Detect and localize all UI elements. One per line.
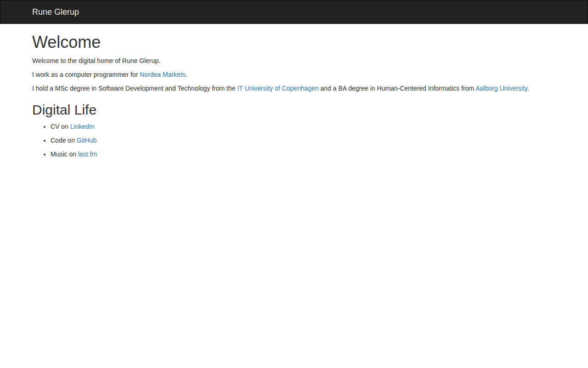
education-text-start: I hold a MSc degree in Software Developm…: [32, 85, 237, 92]
navbar-container: Rune Glerup: [25, 0, 563, 23]
page-title: Welcome: [32, 33, 556, 52]
education-paragraph: I hold a MSc degree in Software Developm…: [32, 84, 556, 93]
list-item-label: CV on: [51, 123, 70, 130]
navbar-brand-link[interactable]: Rune Glerup: [25, 0, 86, 23]
list-item-cv: CV on LinkedIn: [51, 122, 556, 131]
list-item-code: Code on GitHub: [51, 136, 556, 145]
nordea-markets-link[interactable]: Nordea Markets: [140, 71, 186, 78]
it-university-copenhagen-link[interactable]: IT University of Copenhagen: [237, 85, 318, 92]
work-text-end: .: [186, 71, 187, 78]
intro-paragraph: Welcome to the digital home of Rune Gler…: [32, 56, 556, 65]
list-item-label: Music on: [51, 150, 78, 158]
digital-life-list: CV on LinkedIn Code on GitHub Music on l…: [32, 122, 556, 159]
navbar: Rune Glerup: [0, 0, 588, 24]
main-content: Welcome Welcome to the digital home of R…: [25, 33, 563, 159]
github-link[interactable]: GitHub: [77, 137, 97, 144]
intro-text: Welcome to the digital home of Rune Gler…: [32, 57, 160, 64]
lastfm-link[interactable]: last.fm: [78, 150, 97, 158]
education-text-mid: and a BA degree in Human-Centered Inform…: [319, 85, 476, 92]
linkedin-link[interactable]: LinkedIn: [70, 123, 95, 130]
list-item-label: Code on: [51, 137, 77, 144]
digital-life-heading: Digital Life: [32, 102, 556, 117]
work-paragraph: I work as a computer programmer for Nord…: [32, 70, 556, 79]
work-text: I work as a computer programmer for: [32, 71, 140, 78]
list-item-music: Music on last.fm: [51, 150, 556, 159]
aalborg-university-link[interactable]: Aalborg University: [475, 85, 527, 92]
education-text-end: .: [527, 85, 529, 92]
